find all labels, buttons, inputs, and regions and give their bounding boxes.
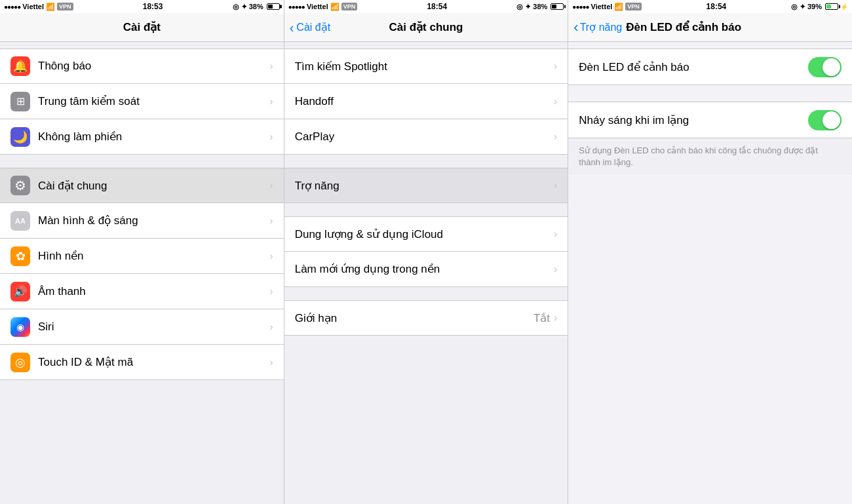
icon-siri: ◉	[10, 317, 30, 337]
status-right-3: ◎ ✦ 39% ⚡	[791, 3, 848, 11]
wifi-icon-1: 📶	[46, 3, 55, 11]
gap-3-top	[568, 42, 852, 48]
row-touch-id[interactable]: ◎ Touch ID & Mật mã ›	[0, 345, 284, 380]
nav-back-3[interactable]: ‹ Trợ năng	[573, 20, 622, 35]
battery-fill-2	[552, 5, 556, 9]
row-siri[interactable]: ◉ Siri ›	[0, 309, 284, 345]
status-left-3: ●●●●● Viettel 📶 VPN	[572, 3, 642, 11]
status-right-1: ◎ ✦ 38%	[233, 3, 280, 11]
label-carplay: CarPlay	[295, 130, 554, 144]
vpn-badge-1: VPN	[57, 3, 73, 10]
row-trung-tam[interactable]: ⊞ Trung tâm kiểm soát ›	[0, 84, 284, 119]
carrier-2: Viettel	[307, 3, 328, 10]
chevron-carplay: ›	[554, 131, 557, 143]
row-gioi-han[interactable]: Giới hạn Tắt ›	[284, 300, 568, 336]
row-dung-luong[interactable]: Dung lượng & sử dụng iCloud ›	[284, 216, 568, 252]
label-khong-lam-phien: Không làm phiền	[38, 130, 269, 144]
carrier-3: Viettel	[591, 3, 613, 10]
battery-icon-1	[267, 3, 280, 10]
time-3: 18:54	[707, 2, 727, 11]
icon-hinh-nen: ✿	[10, 246, 30, 266]
row-cai-dat-chung[interactable]: ⚙ Cài đặt chung ›	[0, 168, 284, 203]
row-tim-kiem[interactable]: Tìm kiếm Spotlight ›	[284, 48, 568, 84]
battery-icon-2	[551, 3, 564, 10]
battery-pct-3: 39%	[807, 3, 822, 10]
icon-man-hinh: AA	[10, 211, 30, 231]
row-am-thanh[interactable]: 🔊 Âm thanh ›	[0, 274, 284, 309]
label-gioi-han: Giới hạn	[295, 311, 533, 325]
section-group-2a: Tìm kiếm Spotlight › Handoff › CarPlay ›	[284, 48, 568, 155]
chevron-khong-lam-phien: ›	[269, 131, 273, 143]
row-khong-lam-phien[interactable]: 🌙 Không làm phiền ›	[0, 119, 284, 155]
chevron-dung-luong: ›	[554, 228, 557, 240]
battery-pct-2: 38%	[533, 3, 547, 10]
value-gioi-han: Tắt	[533, 311, 550, 325]
section-den-led: Đèn LED để cảnh báo	[568, 48, 852, 85]
chevron-siri: ›	[269, 321, 273, 333]
carrier-1: Viettel	[22, 3, 44, 10]
chevron-am-thanh: ›	[269, 286, 273, 298]
label-tim-kiem: Tìm kiếm Spotlight	[295, 60, 554, 73]
icon-touch-id: ◎	[10, 353, 30, 372]
section-group-2: ⚙ Cài đặt chung › AA Màn hình & độ sáng …	[0, 168, 284, 380]
signal-dots-2: ●●●●●	[288, 3, 305, 10]
nav-back-2[interactable]: ‹ Cài đặt	[290, 21, 330, 34]
label-dung-luong: Dung lượng & sử dụng iCloud	[295, 227, 554, 241]
chevron-tim-kiem: ›	[554, 60, 557, 72]
nav-bar-1: Cài đặt	[0, 13, 284, 42]
icon-trung-tam: ⊞	[10, 92, 30, 111]
settings-list-1: 🔔 Thông báo › ⊞ Trung tâm kiểm soát › 🌙 …	[0, 42, 284, 504]
time-1: 18:53	[143, 2, 163, 11]
status-bar-2: ●●●●● Viettel 📶 VPN 18:54 ◎ ✦ 38%	[284, 0, 568, 13]
label-trung-tam: Trung tâm kiểm soát	[38, 94, 269, 108]
description-nhay-sang: Sử dụng Đèn LED cho cảnh báo khi công tắ…	[568, 138, 852, 175]
gap-2c	[284, 287, 568, 300]
icon-thong-bao: 🔔	[10, 56, 30, 76]
chevron-hinh-nen: ›	[269, 250, 273, 262]
row-tro-nang[interactable]: Trợ năng ›	[284, 168, 568, 203]
panel-cai-dat-chung: ●●●●● Viettel 📶 VPN 18:54 ◎ ✦ 38% ‹ Cài …	[284, 0, 569, 504]
status-left-2: ●●●●● Viettel 📶 VPN	[288, 3, 358, 11]
row-handoff[interactable]: Handoff ›	[284, 84, 568, 119]
row-carplay[interactable]: CarPlay ›	[284, 119, 568, 155]
chevron-tro-nang: ›	[554, 180, 557, 191]
battery-fill-1	[268, 5, 273, 9]
status-right-2: ◎ ✦ 38%	[516, 3, 564, 11]
row-hinh-nen[interactable]: ✿ Hình nền ›	[0, 239, 284, 274]
back-label-3: Trợ năng	[580, 21, 623, 33]
gap-2a	[284, 155, 568, 168]
gap-1	[0, 155, 284, 168]
status-left-1: ●●●●● Viettel 📶 VPN	[4, 3, 73, 11]
section-group-1: 🔔 Thông báo › ⊞ Trung tâm kiểm soát › 🌙 …	[0, 48, 284, 155]
nav-bar-2: ‹ Cài đặt Cài đặt chung	[284, 13, 568, 42]
chevron-cai-dat-chung: ›	[269, 180, 273, 191]
toggle-den-led[interactable]	[808, 57, 842, 77]
status-bar-1: ●●●●● Viettel 📶 VPN 18:53 ◎ ✦ 38%	[0, 0, 284, 13]
chevron-touch-id: ›	[269, 357, 273, 368]
row-den-led-toggle: Đèn LED để cảnh báo	[568, 49, 852, 85]
icon-khong-lam-phien: 🌙	[10, 127, 30, 147]
label-siri: Siri	[38, 320, 269, 334]
location-icon-1: ◎	[233, 3, 239, 11]
row-thong-bao[interactable]: 🔔 Thông báo ›	[0, 48, 284, 84]
section-group-2c: Dung lượng & sử dụng iCloud › Làm mới ứn…	[284, 216, 568, 287]
bt-icon-3: ✦	[800, 3, 805, 11]
section-gap-top-1	[0, 42, 284, 48]
gap-2b	[284, 203, 568, 216]
icon-cai-dat-chung: ⚙	[10, 176, 30, 195]
chevron-gioi-han: ›	[554, 312, 557, 324]
row-man-hinh[interactable]: AA Màn hình & độ sáng ›	[0, 203, 284, 239]
gap-2-top	[284, 42, 568, 48]
label-tro-nang: Trợ năng	[295, 179, 554, 193]
row-lam-moi[interactable]: Làm mới ứng dụng trong nền ›	[284, 252, 568, 287]
settings-list-2: Tìm kiếm Spotlight › Handoff › CarPlay ›…	[284, 42, 568, 504]
toggle-nhay-sang[interactable]	[808, 110, 842, 130]
label-lam-moi: Làm mới ứng dụng trong nền	[295, 262, 554, 276]
chevron-thong-bao: ›	[269, 60, 273, 72]
panel-settings-main: ●●●●● Viettel 📶 VPN 18:53 ◎ ✦ 38% Cài đặ…	[0, 0, 284, 504]
charge-icon-3: ⚡	[840, 3, 848, 10]
bt-icon-1: ✦	[241, 3, 247, 11]
section-nhay-sang: Nháy sáng khi im lặng	[568, 102, 852, 138]
chevron-man-hinh: ›	[269, 215, 273, 227]
section-group-2b: Trợ năng ›	[284, 168, 568, 203]
